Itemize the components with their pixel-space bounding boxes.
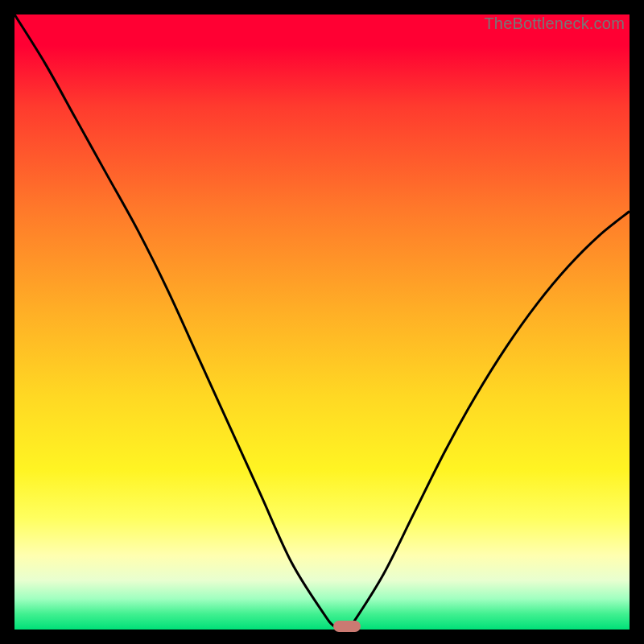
- curve-path: [14, 14, 630, 630]
- plot-area: TheBottleneck.com: [14, 14, 630, 630]
- minimum-marker: [333, 621, 361, 632]
- chart-frame: TheBottleneck.com: [0, 0, 644, 644]
- bottleneck-curve: [14, 14, 630, 630]
